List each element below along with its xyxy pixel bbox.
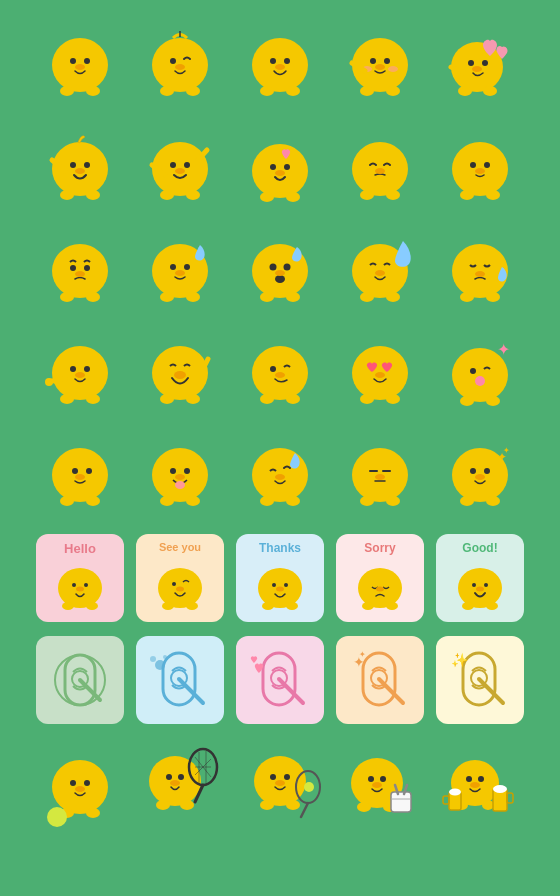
svg-text:✦: ✦ (359, 650, 366, 659)
sticker-seeyou[interactable]: See you (130, 528, 230, 628)
sticker-13[interactable] (230, 222, 330, 322)
svg-point-167 (284, 583, 288, 587)
sticker-4[interactable] (330, 18, 430, 118)
sticker-9[interactable] (330, 120, 430, 220)
sticker-7[interactable] (130, 120, 230, 220)
svg-point-213 (170, 780, 180, 786)
tennis-5[interactable]: ✨ (430, 630, 530, 730)
tennis-4[interactable]: ✦ ✦ (330, 630, 430, 730)
svg-point-25 (388, 66, 398, 72)
sticker-5[interactable] (430, 18, 530, 118)
sticker-sport-4[interactable] (330, 732, 430, 832)
svg-point-175 (486, 602, 498, 610)
svg-point-127 (160, 496, 174, 506)
svg-point-93 (60, 394, 74, 404)
svg-point-19 (360, 86, 374, 96)
sticker-17[interactable] (130, 324, 230, 424)
sticker-thanks[interactable]: Thanks (230, 528, 330, 628)
sticker-18[interactable] (230, 324, 330, 424)
sticker-14[interactable] (330, 222, 430, 322)
svg-point-21 (370, 58, 376, 64)
svg-point-23 (375, 64, 385, 70)
svg-point-31 (482, 60, 488, 66)
svg-point-130 (184, 468, 190, 474)
sticker-good[interactable]: Good! (430, 528, 530, 628)
svg-point-37 (70, 162, 76, 168)
svg-point-7 (160, 86, 174, 96)
svg-point-178 (476, 587, 484, 592)
svg-point-35 (60, 190, 74, 200)
svg-point-94 (86, 394, 100, 404)
svg-point-108 (270, 366, 276, 372)
svg-point-162 (176, 587, 184, 592)
sticker-20[interactable]: ✦ (430, 324, 530, 424)
sticker-22[interactable] (130, 426, 230, 526)
svg-point-53 (284, 164, 290, 170)
sticker-2[interactable] (130, 18, 230, 118)
sticker-19[interactable] (330, 324, 430, 424)
svg-point-70 (75, 271, 85, 277)
svg-point-28 (458, 86, 472, 96)
sticker-sport-2[interactable] (130, 732, 230, 832)
tennis-3[interactable] (230, 630, 330, 730)
sticker-sorry[interactable]: Sorry (330, 528, 430, 628)
svg-point-103 (174, 371, 186, 379)
svg-point-96 (84, 366, 90, 372)
svg-point-99 (45, 378, 53, 386)
sticker-24[interactable] (330, 426, 430, 526)
svg-point-58 (375, 168, 385, 174)
svg-point-50 (260, 192, 274, 202)
svg-point-233 (368, 776, 374, 782)
sticker-3[interactable] (230, 18, 330, 118)
svg-point-78 (260, 292, 274, 302)
svg-point-39 (75, 168, 85, 174)
svg-point-226 (275, 780, 285, 786)
svg-point-154 (86, 602, 98, 610)
svg-point-225 (284, 774, 290, 780)
sticker-16[interactable] (30, 324, 130, 424)
svg-point-54 (275, 170, 285, 176)
sticker-23[interactable] (230, 426, 330, 526)
svg-point-203 (86, 808, 100, 818)
sticker-12[interactable] (130, 222, 230, 322)
sticker-25[interactable]: ✦ ✦ (430, 426, 530, 526)
svg-point-106 (260, 394, 274, 404)
tennis-1[interactable] (30, 630, 130, 730)
sticker-10[interactable] (430, 120, 530, 220)
svg-point-5 (75, 64, 85, 70)
svg-point-188 (163, 655, 167, 659)
row-5: ✦ ✦ (30, 426, 530, 526)
svg-point-8 (186, 86, 200, 96)
svg-point-3 (70, 58, 76, 64)
sticker-sport-3[interactable] (230, 732, 330, 832)
sticker-sport-1[interactable] (30, 732, 130, 832)
svg-line-228 (301, 803, 308, 817)
svg-point-165 (286, 602, 298, 610)
svg-point-143 (375, 474, 385, 480)
svg-point-75 (184, 264, 190, 270)
sticker-hello[interactable]: Hello (30, 528, 130, 628)
svg-point-72 (160, 292, 174, 302)
svg-point-149 (475, 474, 485, 480)
sticker-6[interactable] (30, 120, 130, 220)
svg-point-170 (362, 602, 374, 610)
svg-point-38 (84, 162, 90, 168)
sticker-8[interactable] (230, 120, 330, 220)
sticker-1[interactable] (30, 18, 130, 118)
sticker-11[interactable] (30, 222, 130, 322)
seeyou-label: See you (159, 542, 201, 553)
svg-point-131 (175, 481, 185, 489)
svg-line-98 (52, 379, 65, 381)
svg-point-2 (86, 86, 100, 96)
svg-point-101 (160, 394, 174, 404)
svg-point-20 (386, 86, 400, 96)
svg-point-155 (72, 583, 76, 587)
sticker-21[interactable] (30, 426, 130, 526)
svg-point-243 (466, 776, 472, 782)
tennis-2[interactable] (130, 630, 230, 730)
svg-point-95 (70, 366, 76, 372)
sorry-label: Sorry (364, 542, 395, 554)
sticker-15[interactable] (430, 222, 530, 322)
svg-point-129 (170, 468, 176, 474)
sticker-sport-5[interactable] (430, 732, 530, 832)
